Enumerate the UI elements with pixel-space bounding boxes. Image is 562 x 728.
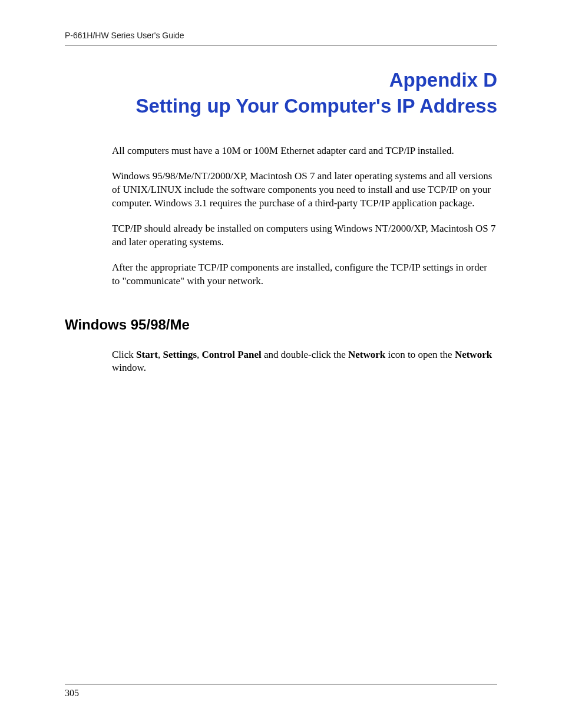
paragraph-1: All computers must have a 10M or 100M Et… [112,144,497,158]
instr-bold-network-1: Network [348,349,385,360]
instr-bold-settings: Settings [163,349,197,360]
page-number: 305 [65,688,497,699]
instr-bold-control-panel: Control Panel [202,349,262,360]
footer-rule [65,684,497,684]
appendix-label: Appendix D [65,69,497,91]
document-page: P-661H/HW Series User's Guide Appendix D… [0,0,562,728]
paragraph-2: Windows 95/98/Me/NT/2000/XP, Macintosh O… [112,170,497,210]
instr-text-3: , [197,349,202,360]
instr-text-1: Click [112,349,136,360]
instr-bold-network-2: Network [455,349,492,360]
appendix-title: Setting up Your Computer's IP Address [65,95,497,117]
paragraph-3: TCP/IP should already be installed on co… [112,222,497,249]
body-block: All computers must have a 10M or 100M Et… [112,144,497,288]
header-rule [65,45,497,45]
header-guide-title: P-661H/HW Series User's Guide [65,31,497,40]
instr-text-6: window. [112,362,146,373]
paragraph-4: After the appropriate TCP/IP components … [112,261,497,288]
instr-text-4: and double-click the [262,349,348,360]
section-heading-windows: Windows 95/98/Me [65,317,497,333]
instr-text-5: icon to open the [385,349,455,360]
instruction-block: Click Start, Settings, Control Panel and… [112,348,497,375]
instruction-paragraph: Click Start, Settings, Control Panel and… [112,348,497,375]
footer: 305 [65,684,497,699]
instr-bold-start: Start [136,349,158,360]
